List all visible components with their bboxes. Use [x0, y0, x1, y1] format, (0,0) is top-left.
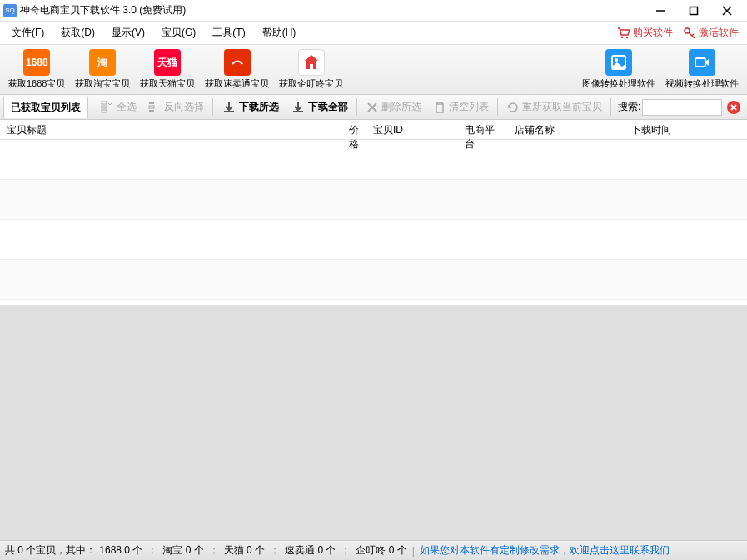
fetch-tmall-button[interactable]: 天猫 获取天猫宝贝: [135, 47, 200, 92]
icon-tmall: 天猫: [154, 49, 181, 76]
menu-tools[interactable]: 工具(T): [204, 22, 253, 43]
icon-1688: 1688: [23, 49, 50, 76]
video-icon: [689, 49, 715, 76]
minimize-button[interactable]: [644, 0, 677, 22]
label-1688: 获取1688宝贝: [8, 77, 65, 90]
svg-rect-9: [229, 57, 246, 68]
status-aliexpress: 速卖通 0 个: [285, 543, 336, 558]
clear-search-button[interactable]: [727, 101, 740, 114]
label-video-converter: 视频转换处理软件: [665, 77, 739, 90]
table-body: [0, 140, 747, 305]
search-label: 搜索:: [618, 100, 640, 114]
icon-aliexpress: [224, 49, 251, 76]
activate-label: 激活软件: [699, 26, 739, 40]
refetch-button[interactable]: 重新获取当前宝贝: [501, 98, 607, 116]
menu-item[interactable]: 宝贝(G): [153, 22, 204, 43]
table-header: 宝贝标题 价格 宝贝ID 电商平台 店铺名称 下载时间: [0, 120, 747, 140]
close-button[interactable]: [710, 0, 744, 22]
separator: [610, 98, 611, 116]
svg-point-12: [615, 58, 618, 62]
download-all-icon: [291, 100, 306, 115]
label-tmall: 获取天猫宝贝: [140, 77, 195, 90]
table-row: [0, 180, 747, 220]
svg-rect-10: [310, 64, 313, 69]
svg-rect-16: [102, 110, 107, 112]
menu-view[interactable]: 显示(V): [103, 22, 153, 43]
buy-software-button[interactable]: 购买软件: [612, 24, 678, 42]
separator: [497, 98, 498, 116]
titlebar: SQ 神奇电商宝贝下载软件 3.0 (免费试用): [0, 0, 747, 22]
contact-link[interactable]: 如果您对本软件有定制修改需求，欢迎点击这里联系我们: [420, 543, 670, 558]
toolbar: 1688 获取1688宝贝 淘 获取淘宝宝贝 天猫 获取天猫宝贝 获取速卖通宝贝…: [0, 45, 747, 95]
select-all-icon: [101, 101, 114, 114]
separator: [356, 98, 357, 116]
delete-icon: [366, 101, 379, 114]
fetch-aliexpress-button[interactable]: 获取速卖通宝贝: [200, 47, 274, 92]
trash-icon: [433, 101, 446, 114]
status-1688: 1688 0 个: [99, 543, 142, 558]
table-row: [0, 220, 747, 260]
table-row: [0, 140, 747, 180]
table-row: [0, 260, 747, 300]
separator: [212, 98, 213, 116]
status-separator: |: [412, 545, 415, 557]
status-taobao: 淘宝 0 个: [162, 543, 203, 558]
invert-icon: [148, 101, 162, 114]
menubar: 文件(F) 获取(D) 显示(V) 宝贝(G) 工具(T) 帮助(H) 购买软件…: [0, 22, 747, 45]
app-icon: SQ: [3, 4, 17, 17]
label-qidingdong: 获取企叮咚宝贝: [279, 77, 343, 90]
download-icon: [222, 100, 237, 115]
select-all-button[interactable]: 全选: [96, 98, 142, 116]
icon-taobao: 淘: [89, 49, 116, 76]
status-tmall: 天猫 0 个: [224, 543, 265, 558]
svg-rect-19: [149, 110, 154, 112]
svg-line-8: [692, 34, 694, 36]
maximize-button[interactable]: [677, 0, 710, 22]
tab-fetched-list[interactable]: 已获取宝贝列表: [3, 97, 88, 118]
delete-selected-button[interactable]: 删除所选: [361, 98, 426, 116]
svg-rect-1: [690, 7, 698, 14]
download-selected-button[interactable]: 下载所选: [217, 98, 284, 116]
buy-label: 购买软件: [633, 26, 673, 40]
status-qidingdong: 企叮咚 0 个: [356, 543, 406, 558]
svg-point-5: [626, 36, 628, 37]
col-platform[interactable]: 电商平台: [458, 120, 508, 139]
fetch-taobao-button[interactable]: 淘 获取淘宝宝贝: [70, 47, 135, 92]
label-image-converter: 图像转换处理软件: [582, 77, 655, 90]
menu-fetch[interactable]: 获取(D): [52, 22, 103, 43]
refresh-icon: [506, 101, 520, 114]
separator: [92, 98, 92, 116]
svg-point-4: [621, 36, 623, 37]
fetch-qidingdong-button[interactable]: 获取企叮咚宝贝: [274, 47, 348, 92]
invert-selection-button[interactable]: 反向选择: [143, 98, 209, 116]
col-shop[interactable]: 店铺名称: [508, 120, 625, 139]
menu-file[interactable]: 文件(F): [3, 22, 52, 43]
statusbar: 共 0 个宝贝，其中： 1688 0 个； 淘宝 0 个； 天猫 0 个； 速卖…: [0, 540, 747, 560]
col-id[interactable]: 宝贝ID: [366, 120, 458, 139]
col-time[interactable]: 下载时间: [625, 120, 747, 139]
svg-rect-17: [149, 102, 154, 104]
detail-pane: [0, 305, 747, 540]
key-icon: [683, 27, 696, 40]
image-converter-button[interactable]: 图像转换处理软件: [577, 47, 660, 92]
svg-rect-14: [102, 102, 107, 104]
image-icon: [605, 49, 632, 76]
search-input[interactable]: [642, 99, 722, 116]
clear-list-button[interactable]: 清空列表: [428, 98, 494, 116]
svg-rect-13: [695, 58, 705, 67]
label-taobao: 获取淘宝宝贝: [75, 77, 130, 90]
icon-qidingdong: [298, 49, 325, 76]
svg-rect-15: [102, 106, 107, 108]
col-title[interactable]: 宝贝标题: [0, 120, 333, 139]
close-icon: [730, 103, 738, 112]
col-price[interactable]: 价格: [333, 120, 366, 139]
app-title: 神奇电商宝贝下载软件 3.0 (免费试用): [20, 3, 644, 17]
menu-help[interactable]: 帮助(H): [254, 22, 305, 43]
video-converter-button[interactable]: 视频转换处理软件: [660, 47, 744, 92]
download-all-button[interactable]: 下载全部: [286, 98, 353, 116]
status-total: 共 0 个宝贝，其中：: [5, 543, 96, 558]
activate-software-button[interactable]: 激活软件: [678, 24, 744, 42]
fetch-1688-button[interactable]: 1688 获取1688宝贝: [3, 47, 70, 92]
cart-icon: [617, 27, 630, 40]
secondbar: 已获取宝贝列表 全选 反向选择 下载所选 下载全部 删除所选 清空列表 重新获取…: [0, 95, 747, 120]
